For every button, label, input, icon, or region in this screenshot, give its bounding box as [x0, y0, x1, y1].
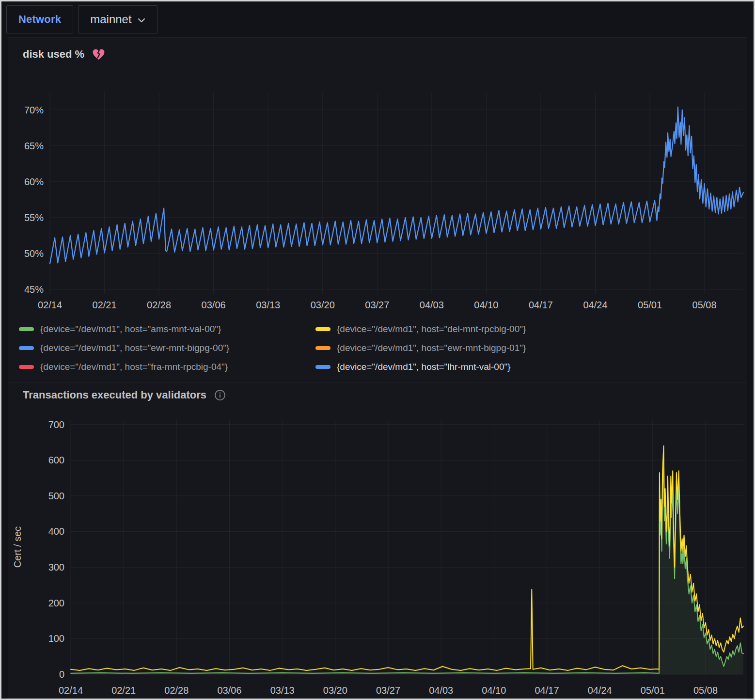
y-tick-label: 55% — [24, 212, 44, 223]
x-tick-label: 02/28 — [164, 685, 189, 696]
x-tick-label: 04/10 — [482, 685, 506, 696]
y-tick-label: 400 — [48, 526, 64, 537]
x-tick-label: 02/21 — [93, 300, 117, 310]
series-color-dash — [315, 365, 330, 369]
network-variable-value: mainnet — [90, 13, 131, 26]
legend-label[interactable]: {device="/dev/md1", host="fra-mnt-rpcbig… — [40, 362, 228, 372]
x-tick-label: 04/17 — [529, 300, 553, 310]
panel-disk-used: disk used % 02/1402/2102/2803/0603/1303/… — [8, 37, 747, 382]
series-line-validators-yellow — [71, 446, 743, 670]
info-icon[interactable] — [214, 389, 226, 401]
legend-item[interactable]: {device="/dev/md1", host="lhr-mnt-val-00… — [315, 362, 747, 372]
y-tick-label: 600 — [48, 455, 64, 465]
x-tick-label: 02/14 — [38, 300, 62, 310]
legend-item[interactable]: {device="/dev/md1", host="ewr-mnt-bigpg-… — [315, 343, 747, 353]
x-tick-label: 02/14 — [59, 685, 83, 696]
series-line-{device="/dev/md1", host="lhr-mnt-val-00"} — [50, 107, 743, 264]
y-tick-label: 200 — [48, 598, 64, 608]
transactions-chart: 02/1402/2102/2803/0603/1303/2003/2704/03… — [8, 406, 747, 700]
legend-item[interactable]: {device="/dev/md1", host="fra-mnt-rpcbig… — [19, 362, 315, 372]
panel-disk-title[interactable]: disk used % — [23, 48, 84, 61]
x-tick-label: 03/27 — [365, 300, 389, 310]
panel-disk-header: disk used % — [8, 38, 747, 63]
x-tick-label: 02/21 — [111, 685, 136, 696]
y-axis-title: Cert / sec — [12, 526, 23, 568]
series-color-dash — [315, 346, 330, 350]
x-tick-label: 05/01 — [638, 300, 662, 310]
legend-label[interactable]: {device="/dev/md1", host="del-mnt-rpcbig… — [337, 324, 526, 334]
y-tick-label: 65% — [24, 141, 44, 151]
disk-chart-legend: {device="/dev/md1", host="ams-mnt-val-00… — [8, 316, 747, 372]
legend-label[interactable]: {device="/dev/md1", host="ewr-mnt-bigpg-… — [337, 343, 526, 353]
panel-transactions-title[interactable]: Transactions executed by validators — [23, 389, 206, 401]
x-tick-label: 03/20 — [311, 300, 335, 310]
y-tick-label: 500 — [48, 491, 64, 501]
chevron-down-icon — [138, 18, 145, 23]
x-tick-label: 03/06 — [202, 300, 226, 310]
legend-item[interactable]: {device="/dev/md1", host="ewr-mnt-bigpg-… — [19, 343, 315, 353]
network-variable-label-box: Network — [6, 5, 73, 33]
y-tick-label: 45% — [24, 284, 44, 295]
x-tick-label: 02/28 — [147, 300, 171, 310]
disk-used-chart: 02/1402/2102/2803/0603/1303/2003/2704/03… — [8, 78, 747, 316]
x-tick-label: 05/01 — [641, 685, 665, 696]
x-tick-label: 04/03 — [420, 300, 444, 310]
legend-label[interactable]: {device="/dev/md1", host="lhr-mnt-val-00… — [337, 362, 511, 372]
y-tick-label: 50% — [24, 248, 44, 259]
x-tick-label: 04/03 — [429, 685, 453, 696]
series-color-dash — [315, 327, 330, 331]
network-variable-label: Network — [18, 13, 61, 26]
y-tick-label: 60% — [24, 176, 44, 187]
y-tick-label: 70% — [24, 105, 44, 115]
x-tick-label: 04/24 — [588, 685, 612, 696]
series-color-dash — [19, 346, 34, 350]
panel-transactions-header: Transactions executed by validators — [8, 382, 747, 404]
series-line-validators-green — [71, 465, 743, 673]
x-tick-label: 03/06 — [217, 685, 241, 696]
series-area-validators-green — [71, 465, 743, 674]
x-tick-label: 03/27 — [376, 685, 400, 696]
legend-label[interactable]: {device="/dev/md1", host="ams-mnt-val-00… — [40, 324, 221, 334]
legend-item[interactable]: {device="/dev/md1", host="ams-mnt-val-00… — [19, 324, 315, 334]
panel-transactions: Transactions executed by validators 02/1… — [8, 382, 747, 699]
x-tick-label: 05/08 — [693, 685, 718, 696]
series-color-dash — [19, 365, 34, 369]
y-tick-label: 700 — [48, 419, 64, 430]
broken-heart-icon — [92, 48, 105, 61]
y-tick-label: 100 — [48, 633, 64, 644]
x-tick-label: 03/13 — [256, 300, 280, 310]
grafana-dashboard: Network mainnet disk used % 02/1402/2102… — [0, 0, 755, 700]
legend-item[interactable]: {device="/dev/md1", host="del-mnt-rpcbig… — [315, 324, 747, 334]
x-tick-label: 05/08 — [692, 300, 717, 310]
x-tick-label: 04/24 — [583, 300, 607, 310]
legend-label[interactable]: {device="/dev/md1", host="ewr-mnt-bigpg-… — [40, 343, 229, 353]
network-variable-dropdown[interactable]: mainnet — [78, 5, 157, 33]
x-tick-label: 04/10 — [474, 300, 498, 310]
x-tick-label: 03/13 — [270, 685, 295, 696]
y-tick-label: 0 — [59, 669, 64, 680]
variable-toolbar: Network mainnet — [1, 1, 754, 37]
y-tick-label: 300 — [48, 562, 64, 573]
x-tick-label: 04/17 — [535, 685, 559, 696]
series-color-dash — [19, 327, 34, 331]
x-tick-label: 03/20 — [323, 685, 347, 696]
